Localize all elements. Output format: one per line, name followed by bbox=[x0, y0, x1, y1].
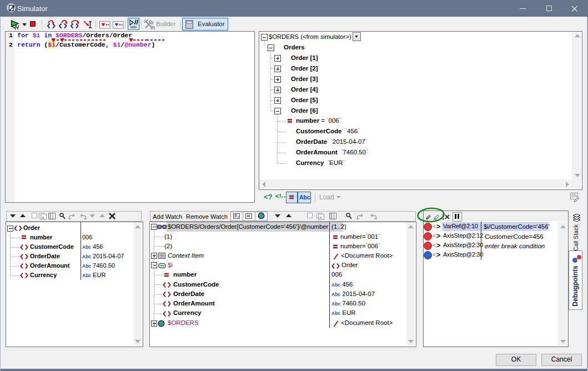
svg-text:a: a bbox=[42, 215, 44, 220]
svg-text:a: a bbox=[319, 215, 322, 220]
